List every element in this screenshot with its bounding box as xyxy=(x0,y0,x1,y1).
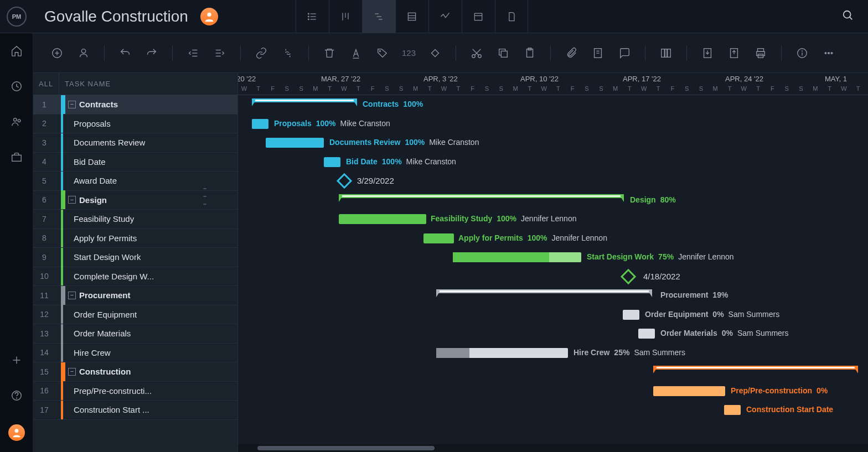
svg-point-69 xyxy=(828,52,830,54)
info-button[interactable] xyxy=(795,46,809,60)
task-number: 7 xyxy=(33,215,55,224)
file-view-tab[interactable] xyxy=(495,0,528,33)
copy-button[interactable] xyxy=(496,46,510,60)
top-header: PM Govalle Construction xyxy=(0,0,868,33)
gantt-bar[interactable] xyxy=(324,157,340,167)
comment-button[interactable] xyxy=(617,46,632,60)
gantt-bar-label: Procurement19% xyxy=(660,290,728,299)
collapse-icon[interactable]: − xyxy=(68,368,76,376)
collapse-icon[interactable]: − xyxy=(68,196,76,204)
more-button[interactable] xyxy=(822,46,836,60)
outdent-button[interactable] xyxy=(186,46,200,60)
undo-button[interactable] xyxy=(118,46,132,60)
recent-icon[interactable] xyxy=(10,80,23,93)
export-button[interactable] xyxy=(727,46,741,60)
attachment-button[interactable] xyxy=(564,46,578,60)
assign-button[interactable] xyxy=(76,46,91,60)
task-row[interactable]: 12 Order Equipment xyxy=(33,305,237,325)
scrollbar-thumb[interactable] xyxy=(257,446,435,450)
column-task-name[interactable]: TASK NAME xyxy=(65,80,111,88)
summary-bar[interactable] xyxy=(653,366,858,375)
home-icon[interactable] xyxy=(10,44,23,58)
task-name-cell: Prep/Pre-constructi... xyxy=(74,386,152,396)
gantt-bar[interactable] xyxy=(724,405,741,415)
redo-button[interactable] xyxy=(144,46,159,60)
milestone-diamond[interactable] xyxy=(337,173,352,189)
logo[interactable]: PM xyxy=(0,0,33,33)
column-all[interactable]: ALL xyxy=(39,80,59,88)
gantt-bar[interactable] xyxy=(638,329,655,339)
calendar-view-tab[interactable] xyxy=(462,0,495,33)
pane-resize-handle[interactable] xyxy=(203,188,206,205)
task-row[interactable]: 13 Order Materials xyxy=(33,324,237,344)
tag-button[interactable] xyxy=(375,46,390,60)
task-row[interactable]: 5 Award Date xyxy=(33,172,237,191)
gantt-bar-label: Contracts100% xyxy=(363,100,423,108)
collapse-icon[interactable]: − xyxy=(68,101,76,108)
task-row[interactable]: 16 Prep/Pre-constructi... xyxy=(33,382,237,401)
summary-bar[interactable] xyxy=(339,194,624,203)
task-row[interactable]: 14 Hire Crew xyxy=(33,344,237,363)
gantt-bar[interactable] xyxy=(623,310,639,320)
gantt-bar[interactable] xyxy=(436,348,568,358)
task-number: 6 xyxy=(33,195,55,204)
print-button[interactable] xyxy=(753,46,768,60)
milestone-button[interactable] xyxy=(428,46,442,60)
add-icon[interactable] xyxy=(10,354,23,367)
indent-button[interactable] xyxy=(213,46,227,60)
task-row[interactable]: 6 − Design xyxy=(33,191,237,210)
task-color-bar xyxy=(61,190,65,209)
gantt-bar[interactable] xyxy=(339,214,426,224)
gantt-bar[interactable] xyxy=(252,119,268,129)
dashboard-view-tab[interactable] xyxy=(428,0,462,33)
task-row[interactable]: 10 Complete Design W... xyxy=(33,267,237,287)
gantt-bar[interactable] xyxy=(423,233,454,243)
task-row[interactable]: 9 Start Design Work xyxy=(33,248,237,267)
task-row[interactable]: 17 Construction Start ... xyxy=(33,401,237,420)
format-button[interactable] xyxy=(349,46,363,60)
search-button[interactable] xyxy=(842,9,854,24)
add-task-button[interactable] xyxy=(50,46,64,60)
gantt-row: Procurement19% xyxy=(238,286,868,305)
paste-button[interactable] xyxy=(523,46,537,60)
gantt-row: Construction xyxy=(238,362,868,382)
help-icon[interactable] xyxy=(10,389,23,402)
task-row[interactable]: 7 Feasibility Study xyxy=(33,210,237,229)
collapse-icon[interactable]: − xyxy=(68,292,76,299)
user-avatar[interactable] xyxy=(8,424,25,441)
task-row[interactable]: 8 Apply for Permits xyxy=(33,229,237,248)
gantt-view-tab[interactable] xyxy=(362,0,395,33)
columns-button[interactable] xyxy=(659,46,673,60)
portfolio-icon[interactable] xyxy=(10,150,23,164)
summary-bar[interactable] xyxy=(252,98,357,107)
horizontal-scrollbar[interactable] xyxy=(238,444,868,452)
task-row[interactable]: 15 − Construction xyxy=(33,362,237,382)
list-view-tab[interactable] xyxy=(296,0,329,33)
summary-bar[interactable] xyxy=(436,289,652,298)
gantt-bar[interactable] xyxy=(266,138,324,148)
board-view-tab[interactable] xyxy=(329,0,362,33)
gantt-bar[interactable] xyxy=(453,252,581,262)
gantt-bar[interactable] xyxy=(653,386,725,396)
task-row[interactable]: 2 Proposals xyxy=(33,115,237,134)
number-button[interactable]: 123 xyxy=(402,46,416,60)
delete-button[interactable] xyxy=(322,46,337,60)
sheet-view-tab[interactable] xyxy=(395,0,428,33)
team-icon[interactable] xyxy=(10,115,23,128)
avatar[interactable] xyxy=(200,8,218,25)
link-button[interactable] xyxy=(254,46,268,60)
task-row[interactable]: 1 − Contracts xyxy=(33,95,237,115)
task-row[interactable]: 11 − Procurement xyxy=(33,286,237,305)
svg-point-32 xyxy=(81,49,85,53)
task-row[interactable]: 3 Documents Review xyxy=(33,133,237,153)
unlink-button[interactable] xyxy=(281,46,295,60)
notes-button[interactable] xyxy=(591,46,605,60)
gantt-row: Bid Date100%Mike Cranston xyxy=(238,153,868,172)
gantt-pane[interactable]: , 20 '22MAR, 27 '22APR, 3 '22APR, 10 '22… xyxy=(238,73,868,452)
task-row[interactable]: 4 Bid Date xyxy=(33,153,237,172)
milestone-diamond[interactable] xyxy=(621,268,636,284)
svg-rect-16 xyxy=(475,13,482,20)
cut-button[interactable] xyxy=(469,46,484,60)
import-button[interactable] xyxy=(700,46,715,60)
gantt-body[interactable]: Contracts100%Proposals100%Mike CranstonD… xyxy=(238,95,868,444)
